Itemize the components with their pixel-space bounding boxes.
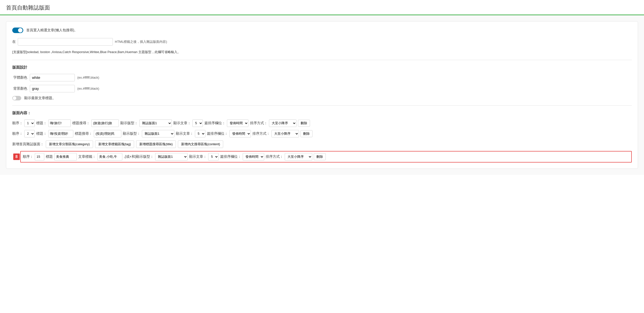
row2-title-input[interactable]	[48, 130, 73, 137]
highlighted-row-8: 順序： 標題 文章標籤： ,(或+和)顯示版型： 雜誌版面1雜誌版面2雜誌版面3…	[20, 151, 632, 163]
row1-search-label: 標題搜尋：	[72, 121, 90, 125]
row1-show-articles-label: 顯示文章：	[173, 121, 191, 125]
row2-order-label: 順序：	[12, 131, 23, 136]
row1-display-select[interactable]: 雜誌版面1雜誌版面2雜誌版面3	[139, 119, 172, 127]
row2-order-select[interactable]: 123	[24, 130, 35, 137]
add-tag-btn[interactable]: 新增文章標籤區塊(tag)	[95, 140, 134, 148]
row8-or-and-label: ,(或+和)顯示版型：	[124, 154, 154, 159]
row1-sort-dir-label: 排序方式：	[250, 121, 267, 125]
featured-toggle-label: 首頁置入精選文章(懶人包搜尋)。	[26, 28, 78, 33]
row2-show-articles-select[interactable]: 3456	[195, 130, 205, 137]
page-title: 首頁自動雜誌版面	[6, 4, 638, 12]
row8-title-label: 標題	[46, 154, 53, 159]
main-content: 首頁置入精選文章(懶人包搜尋)。 在 HTML標籤之後，插入雜誌版面內容) [支…	[0, 15, 644, 175]
content-section-title: 版面內容：	[12, 111, 632, 115]
row2-sort-dir-label: 排序方式：	[252, 131, 270, 136]
add-title-search-btn[interactable]: 新增標題搜尋區塊(title)	[136, 140, 176, 148]
show-latest-label: 顯示最新文章標題。	[24, 96, 56, 100]
row8-delete-btn[interactable]: 刪除	[314, 153, 326, 160]
row1-delete-btn[interactable]: 刪除	[298, 120, 310, 127]
add-buttons-row: 新增首頁雜誌版面： 新增文章分類區塊(category) 新增文章標籤區塊(ta…	[12, 140, 632, 148]
row8-sort-dir-select[interactable]: 大至小降序小至大升序	[285, 153, 312, 161]
content-row-2: 順序： 123 標題： 標題搜尋： 顯示版型： 雜誌版面1雜誌版面2雜誌版面3 …	[12, 130, 632, 137]
row2-sort-col-label: 篇排序欄位：	[207, 131, 228, 136]
font-color-hint: (ex.#ffffff,black)	[77, 76, 99, 79]
page-header: 首頁自動雜誌版面	[0, 0, 644, 15]
row2-search-input[interactable]	[94, 130, 121, 137]
row2-show-articles-label: 顯示文章：	[176, 131, 193, 136]
row8-order-input[interactable]	[35, 153, 44, 161]
row8-show-articles-label: 顯示文章：	[189, 154, 207, 159]
add-category-btn[interactable]: 新增文章分類區塊(category)	[46, 140, 93, 148]
row8-sort-col-select[interactable]: 發佈時間修改時間隨機	[243, 153, 264, 161]
row8-tag-label: 文章標籤：	[78, 154, 96, 159]
design-section-title: 版面設計	[12, 65, 632, 70]
page-wrapper: 首頁自動雜誌版面 首頁置入精選文章(懶人包搜尋)。 在 HTML標籤之後，插入雜…	[0, 0, 644, 313]
row1-show-articles-select[interactable]: 3456	[192, 119, 203, 127]
highlighted-row-wrapper: 8 順序： 標題 文章標籤： ,(或+和)顯示版型： 雜誌版面1雜誌版面2雜誌版…	[20, 151, 632, 163]
divider-2	[12, 105, 632, 106]
show-latest-row: 顯示最新文章標題。	[12, 96, 632, 100]
row2-display-select[interactable]: 雜誌版面1雜誌版面2雜誌版面3	[142, 130, 174, 137]
row2-sort-col-select[interactable]: 發佈時間修改時間隨機	[229, 130, 251, 137]
show-latest-toggle[interactable]	[12, 96, 21, 100]
row2-delete-btn[interactable]: 刪除	[300, 130, 312, 137]
content-section: 版面內容： 順序： 1235 標題： 標題搜尋： 顯示版型： 雜誌版面1雜誌版面…	[12, 111, 632, 163]
row1-title-input[interactable]	[48, 119, 71, 127]
add-row-label: 新增首頁雜誌版面：	[12, 142, 44, 146]
row1-display-label: 顯示版型：	[120, 121, 138, 125]
row8-tag-input[interactable]	[97, 153, 122, 161]
font-color-label: 字體顏色	[12, 75, 27, 80]
html-tag-prefix: 在	[12, 40, 16, 44]
featured-toggle[interactable]	[12, 28, 23, 33]
featured-toggle-row: 首頁置入精選文章(懶人包搜尋)。	[12, 28, 632, 33]
row1-sort-col-select[interactable]: 發佈時間修改時間隨機	[227, 119, 248, 127]
row2-title-label: 標題：	[36, 131, 47, 136]
bg-color-row: 背景顏色 (ex.#ffffff,black)	[12, 85, 632, 92]
row8-order-label: 順序：	[23, 154, 33, 159]
settings-box: 首頁置入精選文章(懶人包搜尋)。 在 HTML標籤之後，插入雜誌版面內容) [支…	[6, 21, 638, 169]
row1-title-label: 標題：	[36, 121, 47, 125]
row1-order-label: 順序：	[12, 121, 23, 125]
row2-display-label: 顯示版型：	[123, 131, 140, 136]
row-number-badge: 8	[13, 153, 20, 160]
content-row-1: 順序： 1235 標題： 標題搜尋： 顯示版型： 雜誌版面1雜誌版面2雜誌版面3…	[12, 119, 632, 127]
row1-search-input[interactable]	[91, 119, 119, 127]
bg-color-input[interactable]	[30, 85, 75, 92]
html-tag-input[interactable]	[18, 38, 113, 46]
html-tag-suffix: HTML標籤之後，插入雜誌版面內容)	[115, 40, 167, 44]
row8-show-articles-select[interactable]: 3456	[208, 153, 219, 161]
row1-sort-dir-select[interactable]: 大至小降序小至大升序	[269, 119, 296, 127]
add-content-search-btn[interactable]: 新增內文搜尋區塊(content)	[178, 140, 223, 148]
font-color-row: 字體顏色 (ex.#ffffff,black)	[12, 74, 632, 81]
bg-color-label: 背景顏色	[12, 86, 27, 91]
bg-color-hint: (ex.#ffffff,black)	[77, 87, 99, 90]
divider-1	[12, 60, 632, 60]
row1-order-select[interactable]: 1235	[24, 119, 35, 127]
row8-display-select[interactable]: 雜誌版面1雜誌版面2雜誌版面3	[155, 153, 188, 161]
font-color-input[interactable]	[30, 74, 75, 81]
row8-sort-col-label: 篇排序欄位：	[220, 154, 241, 159]
row8-title-input[interactable]	[54, 153, 77, 161]
row2-sort-dir-select[interactable]: 大至小降序小至大升序	[271, 130, 299, 137]
row1-sort-col-label: 篇排序欄位：	[204, 121, 225, 125]
support-info: [支援版型]soledad, boston ,Anissa,Catch Resp…	[12, 50, 632, 55]
row8-sort-dir-label: 排序方式：	[266, 154, 283, 159]
html-tag-row: 在 HTML標籤之後，插入雜誌版面內容)	[12, 38, 632, 46]
row2-search-label: 標題搜尋：	[75, 131, 92, 136]
